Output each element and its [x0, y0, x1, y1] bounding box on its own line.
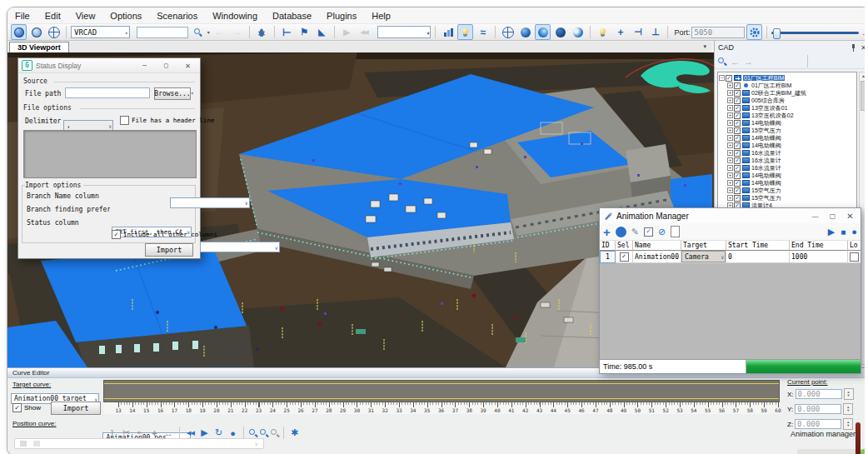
tree-item[interactable]: +✓15空气压力 [727, 127, 856, 134]
browse-button[interactable]: Browse... [154, 87, 191, 100]
tree-item[interactable]: +✓13空压设备01 [727, 104, 856, 112]
cut-icon[interactable]: ✂ [120, 427, 132, 439]
wire-view-button[interactable] [500, 24, 516, 40]
checkbox[interactable]: ✓ [734, 97, 741, 104]
edit-animation-button[interactable]: ✎ [631, 227, 639, 237]
tree-item[interactable]: +✓14电动蝶阀 [727, 172, 856, 179]
back-icon[interactable]: ← [731, 57, 740, 67]
shading-1-button[interactable] [517, 24, 533, 40]
column-header-id[interactable]: ID [600, 241, 616, 251]
checkbox[interactable]: ✓ [734, 195, 741, 202]
checkbox[interactable] [120, 116, 129, 125]
rewind-icon[interactable]: ◀◀ [184, 427, 197, 439]
tree-item[interactable]: +✓005综合库房 [727, 97, 856, 104]
menu-item-options[interactable]: Options [102, 11, 149, 21]
delete-animation-button[interactable] [616, 227, 626, 237]
minimize-icon[interactable]: — [138, 61, 151, 71]
expander-icon[interactable]: + [727, 97, 733, 103]
end-time-cell[interactable]: 1000 [790, 251, 848, 263]
search-input[interactable] [137, 27, 188, 38]
expander-icon[interactable]: + [727, 120, 733, 126]
target-cell[interactable]: Camera ∨ [681, 251, 726, 263]
loop-icon[interactable]: ↻ [212, 427, 225, 439]
animation-manager-titlebar[interactable]: Animation Manager — ▢ ✕ [600, 208, 861, 223]
menu-item-plugins[interactable]: Plugins [319, 11, 364, 21]
expander-icon[interactable]: + [727, 165, 733, 171]
tree-item[interactable]: +✓14电动蝶阀 [727, 179, 856, 187]
scroll-up-icon[interactable]: ▲ [860, 72, 865, 80]
checkbox[interactable]: ✓ [734, 187, 741, 194]
search-icon[interactable] [717, 57, 726, 66]
start-time-cell[interactable]: 0 [726, 251, 790, 263]
stop-animation-button[interactable]: ■ [841, 227, 846, 237]
checkbox[interactable]: ✓ [734, 82, 741, 89]
spin-down-icon[interactable]: ▼ [847, 394, 851, 397]
add-animation-button[interactable]: + [603, 226, 611, 238]
dialog-titlebar[interactable]: G Status Display — ▢ ✕ [18, 58, 200, 73]
forward-button[interactable]: → [229, 24, 245, 40]
app-mode-select[interactable]: VRCAD ▾ [71, 26, 130, 38]
move-icon[interactable]: + [148, 427, 161, 439]
checkbox[interactable]: ✓ [734, 150, 741, 157]
checkbox[interactable]: ✓ [734, 135, 741, 142]
zoom-in-icon[interactable] [259, 428, 268, 437]
render-stats-button[interactable] [440, 24, 456, 40]
shading-3-button[interactable] [552, 24, 568, 40]
import-button[interactable]: Import [145, 243, 193, 257]
expander-icon[interactable]: + [727, 150, 733, 156]
z-input[interactable] [795, 419, 841, 429]
loop-cell[interactable] [848, 251, 861, 263]
tree-item[interactable]: +✓02联合工房BIM_建筑 [727, 89, 856, 97]
tree-item[interactable]: +✓14电动蝶阀 [727, 119, 856, 127]
close-icon[interactable]: ✕ [861, 44, 865, 52]
axis-left-button[interactable]: ⊣ [630, 24, 646, 40]
tree-item[interactable]: −✓01厂区工程BIM [719, 74, 856, 82]
tree-item[interactable]: +✓16水流量计 [727, 164, 856, 172]
checkbox[interactable]: ✓ [12, 403, 22, 412]
checkbox[interactable]: ✓ [734, 180, 741, 187]
flag-tool-button[interactable]: ⚑ [297, 24, 312, 40]
viewpoint-2-button[interactable] [28, 24, 44, 40]
forward-icon[interactable]: → [744, 57, 753, 67]
expander-icon[interactable]: + [727, 90, 733, 96]
column-header-name[interactable]: Name [633, 241, 681, 251]
rewind-scenario-button[interactable]: ◀◀ [357, 24, 372, 40]
maximize-icon[interactable]: ▢ [160, 61, 172, 71]
checkbox[interactable]: ✓ [734, 172, 741, 179]
checkbox[interactable]: ✓ [734, 127, 741, 134]
expander-icon[interactable]: + [727, 187, 733, 193]
back-button[interactable]: ← [212, 24, 227, 40]
column-header-end-time[interactable]: End Time [790, 241, 848, 251]
tree-item[interactable]: +✓14电动蝶阀 [727, 134, 856, 142]
close-icon[interactable]: ✕ [844, 211, 856, 221]
bracket-icon[interactable]: ] [106, 427, 118, 439]
shading-2-button[interactable] [535, 24, 551, 40]
zoom-in-icon[interactable] [248, 428, 257, 437]
column-header-loop[interactable]: Lo [848, 241, 861, 251]
timeline-band[interactable] [103, 380, 780, 402]
animation-name-cell[interactable]: Animation00 [633, 251, 681, 263]
row-header[interactable]: 1 [600, 251, 616, 263]
settings-icon[interactable]: ✱ [288, 427, 301, 439]
checkbox[interactable]: ✓ [734, 165, 741, 172]
expander-icon[interactable]: + [727, 142, 733, 148]
light-toggle-button[interactable] [595, 24, 611, 40]
close-icon[interactable]: ✕ [182, 61, 194, 71]
record-icon[interactable]: ● [227, 427, 239, 439]
tab-3d-viewport[interactable]: 3D Viewport [9, 42, 69, 52]
expander-icon[interactable]: + [727, 195, 733, 201]
checkbox[interactable]: ✓ [734, 105, 741, 112]
select-all-button[interactable]: ✓ [644, 227, 653, 237]
menu-item-edit[interactable]: Edit [37, 11, 68, 21]
play-icon[interactable]: ▶ [198, 427, 211, 439]
tree-item[interactable]: +✓13空压机设备02 [727, 112, 856, 119]
checkbox[interactable]: ✓ [112, 230, 121, 239]
menu-item-database[interactable]: Database [265, 11, 319, 21]
timeline-ruler[interactable]: 1314151617181920212223242526272829303132… [103, 402, 780, 414]
tree-item[interactable]: +✓15空气压力 [727, 187, 856, 194]
viewpoint-1-button[interactable] [11, 24, 27, 40]
scroll-thumb-red[interactable] [856, 422, 861, 454]
z-spinner[interactable]: ▲▼ [843, 418, 853, 430]
tree-item[interactable]: +✓01厂区工程BIM [727, 82, 856, 89]
target-select[interactable]: Camera ∨ [681, 251, 726, 262]
